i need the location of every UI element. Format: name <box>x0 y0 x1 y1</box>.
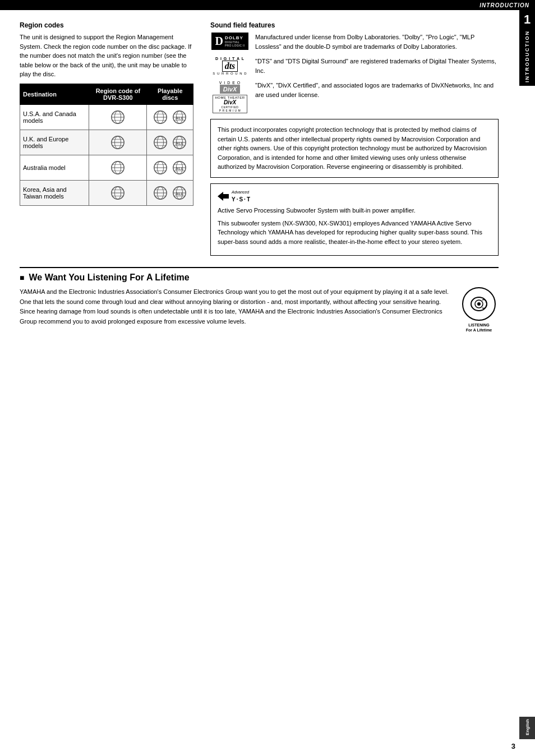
divx-logo-box: V I D E O DivX HOME THEATER DivX CERTIFI… <box>210 81 250 113</box>
region-codes-body: The unit is designed to support the Regi… <box>20 33 193 79</box>
want-content: YAMAHA and the Electronic Industries Ass… <box>20 287 499 333</box>
disc-icons: ALL <box>150 133 190 151</box>
want-section: We Want You Listening For A Lifetime YAM… <box>20 267 499 333</box>
want-heading: We Want You Listening For A Lifetime <box>20 273 499 283</box>
disc-icons <box>92 184 144 202</box>
sound-field-item-divx: V I D E O DivX HOME THEATER DivX CERTIFI… <box>210 81 499 113</box>
svg-text:ALL: ALL <box>176 165 184 170</box>
all-region-icon: ALL <box>172 160 187 176</box>
disc-icons: ALL <box>150 108 190 126</box>
globe-icon <box>153 160 168 176</box>
globe-icon <box>110 160 126 176</box>
dest-cell: U.S.A. and Canada models <box>20 104 89 130</box>
yst-text1: Active Servo Processing Subwoofer System… <box>218 206 491 215</box>
table-row: U.K. and Europe models <box>20 130 193 155</box>
all-region-icon: ALL <box>172 135 187 150</box>
dolby-description: Manufactured under license from Dolby La… <box>255 33 499 51</box>
col-region-code: Region code of DVR-S300 <box>89 84 147 104</box>
chapter-tab: 1 INTRODUCTION <box>519 10 535 86</box>
main-content: Region codes The unit is designed to sup… <box>0 10 518 344</box>
divx-logo: V I D E O DivX HOME THEATER DivX CERTIFI… <box>213 81 247 113</box>
region-codes-heading: Region codes <box>20 21 193 29</box>
col-destination: Destination <box>20 84 89 104</box>
yst-box: Advanced Y·S·T Active Servo Processing S… <box>210 183 499 256</box>
region-code-cell <box>89 104 147 130</box>
right-column: Sound field features D DOLBY DIGITAL PRO… <box>210 21 499 256</box>
globe-icon <box>110 109 126 125</box>
listening-circle <box>462 287 496 321</box>
svg-text:ALL: ALL <box>176 115 184 120</box>
region-code-cell <box>89 155 147 180</box>
chapter-number: 1 <box>524 13 531 26</box>
all-region-icon: ALL <box>172 185 187 201</box>
playable-cell: ALL <box>147 155 193 180</box>
yst-header: Advanced Y·S·T <box>218 190 491 204</box>
two-column-layout: Region codes The unit is designed to sup… <box>20 21 499 256</box>
globe-icon <box>153 109 168 125</box>
listening-badge: LISTENINGFor A Lifetime <box>459 287 499 333</box>
region-table: Destination Region code of DVR-S300 Play… <box>20 84 193 206</box>
copyright-box: This product incorporates copyright prot… <box>210 119 499 178</box>
globe-icon <box>153 185 168 201</box>
svg-text:ALL: ALL <box>176 140 184 145</box>
dts-logo: D I G I T A L dts S U R R O U N D <box>213 57 247 75</box>
sound-field-item-dolby: D DOLBY DIGITAL PRO LOGIC II Manufacture… <box>210 33 499 51</box>
left-column: Region codes The unit is designed to sup… <box>20 21 193 256</box>
col-playable: Playable discs <box>147 84 193 104</box>
table-row: Korea, Asia and Taiwan models <box>20 180 193 205</box>
language-tab: English <box>519 717 535 739</box>
all-region-icon: ALL <box>172 109 187 125</box>
chapter-label: INTRODUCTION <box>524 30 530 82</box>
globe-icon <box>153 135 168 150</box>
sound-field-item-dts: D I G I T A L dts S U R R O U N D "DTS" … <box>210 57 499 75</box>
page-number: 3 <box>511 742 515 750</box>
disc-icons: ALL <box>150 184 190 202</box>
sound-field-heading: Sound field features <box>210 21 499 29</box>
header-label: INTRODUCTION <box>479 2 529 8</box>
dolby-logo: D DOLBY DIGITAL PRO LOGIC II <box>211 33 248 50</box>
region-code-cell <box>89 130 147 155</box>
disc-icons <box>92 159 144 177</box>
header-bar: INTRODUCTION <box>0 0 535 10</box>
globe-icon <box>110 135 126 150</box>
yst-label: Y·S·T <box>232 195 251 204</box>
listening-text: LISTENINGFor A Lifetime <box>459 322 499 333</box>
region-code-cell <box>89 180 147 205</box>
playable-cell: ALL <box>147 180 193 205</box>
language-label: English <box>525 719 530 735</box>
playable-cell: ALL <box>147 130 193 155</box>
dolby-logo-box: D DOLBY DIGITAL PRO LOGIC II <box>210 33 250 50</box>
globe-icon <box>110 185 126 201</box>
want-body-text: YAMAHA and the Electronic Industries Ass… <box>20 287 451 326</box>
svg-text:ALL: ALL <box>176 191 184 196</box>
svg-point-67 <box>477 302 481 306</box>
dts-logo-box: D I G I T A L dts S U R R O U N D <box>210 57 250 75</box>
ear-icon <box>468 296 490 312</box>
yst-arrow-icon <box>218 192 229 201</box>
disc-icons <box>92 108 144 126</box>
yst-text2: This subwoofer system (NX-SW300, NX-SW30… <box>218 219 491 247</box>
svg-marker-64 <box>218 192 229 201</box>
table-row: Australia model <box>20 155 193 180</box>
table-row: U.S.A. and Canada models <box>20 104 193 130</box>
yst-advanced-label: Advanced <box>232 190 251 196</box>
divx-description: "DivX", "DivX Certified", and associated… <box>255 81 499 99</box>
dts-description: "DTS" and "DTS Digital Surround" are reg… <box>255 57 499 75</box>
dest-cell: U.K. and Europe models <box>20 130 89 155</box>
disc-icons: ALL <box>150 159 190 177</box>
dest-cell: Australia model <box>20 155 89 180</box>
copyright-text: This product incorporates copyright prot… <box>218 126 487 170</box>
dest-cell: Korea, Asia and Taiwan models <box>20 180 89 205</box>
disc-icons <box>92 133 144 151</box>
playable-cell: ALL <box>147 104 193 130</box>
